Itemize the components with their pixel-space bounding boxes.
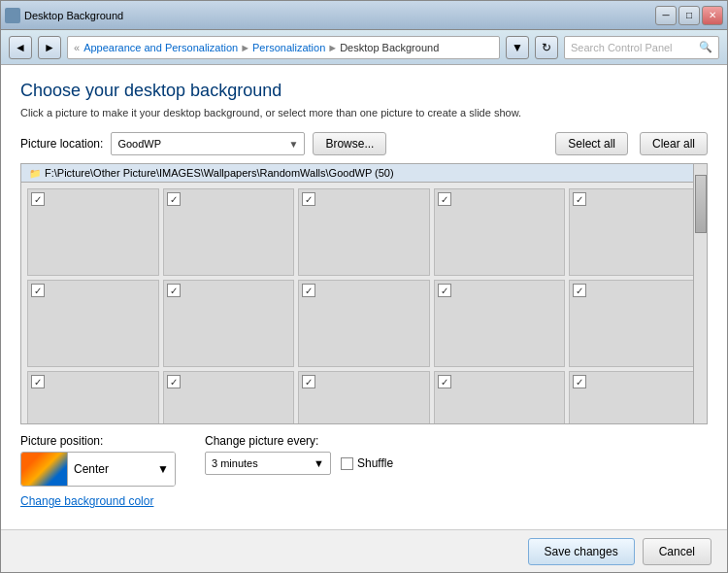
wallpaper-checkbox[interactable]: ✓ xyxy=(167,375,181,388)
change-interval-label: Change picture every: xyxy=(205,434,393,448)
wallpaper-checkbox[interactable]: ✓ xyxy=(31,375,45,388)
browse-button[interactable]: Browse... xyxy=(313,132,386,155)
window-title: Desktop Background xyxy=(24,10,123,21)
list-item[interactable]: ✓ xyxy=(163,280,295,367)
list-item[interactable]: ✓ xyxy=(27,188,159,276)
title-controls: ─ □ ✕ xyxy=(655,6,723,25)
shuffle-row: Shuffle xyxy=(341,456,393,470)
page-subtitle: Click a picture to make it your desktop … xyxy=(20,107,708,118)
position-thumbnail xyxy=(21,453,68,486)
interval-dropdown-arrow-icon: ▼ xyxy=(314,457,324,469)
search-icon: 🔍 xyxy=(699,41,712,53)
cancel-button[interactable]: Cancel xyxy=(643,538,711,565)
list-item[interactable]: ✓ xyxy=(434,371,566,423)
minimize-button[interactable]: ─ xyxy=(655,6,677,25)
window-icon xyxy=(5,8,20,23)
wallpaper-checkbox[interactable]: ✓ xyxy=(573,284,586,297)
back-button[interactable]: ◄ xyxy=(9,36,32,59)
grid-path-bar: 📁 F:\Picture\Other Picture\IMAGES\Wallpa… xyxy=(21,164,707,183)
picture-position-group: Picture position: Center ▼ Change backgr… xyxy=(20,434,176,508)
position-dropdown-arrow-icon: ▼ xyxy=(157,462,169,476)
wallpaper-checkbox[interactable]: ✓ xyxy=(31,192,45,206)
wallpaper-checkbox[interactable]: ✓ xyxy=(573,192,586,206)
location-value: GoodWP xyxy=(117,138,161,150)
breadcrumb-sep-2: ► xyxy=(327,42,338,53)
title-bar-left: Desktop Background xyxy=(5,8,123,23)
select-all-button[interactable]: Select all xyxy=(555,132,628,155)
wallpaper-checkbox[interactable]: ✓ xyxy=(438,284,451,297)
list-item[interactable]: ✓ xyxy=(434,280,566,367)
picture-location-row: Picture location: GoodWP ▼ Browse... Sel… xyxy=(20,132,708,155)
position-selector[interactable]: Center ▼ xyxy=(20,452,176,487)
wallpaper-checkbox[interactable]: ✓ xyxy=(438,375,451,388)
list-item[interactable]: ✓ xyxy=(569,280,701,367)
list-item[interactable]: ✓ xyxy=(298,280,430,367)
position-value: Center xyxy=(74,462,109,476)
breadcrumb-personalization[interactable]: Personalization xyxy=(252,42,325,53)
breadcrumb-current: Desktop Background xyxy=(340,42,439,53)
wallpaper-checkbox[interactable]: ✓ xyxy=(167,192,181,206)
wallpaper-checkbox[interactable]: ✓ xyxy=(31,284,45,297)
search-placeholder: Search Control Panel xyxy=(571,42,673,53)
main-window: Desktop Background ─ □ ✕ ◄ ► « Appearanc… xyxy=(0,0,728,573)
list-item[interactable]: ✓ xyxy=(163,371,295,423)
save-changes-button[interactable]: Save changes xyxy=(528,538,635,565)
list-item[interactable]: ✓ xyxy=(298,371,430,423)
scrollbar[interactable] xyxy=(693,164,707,423)
location-dropdown-arrow-icon: ▼ xyxy=(288,139,298,150)
content-area: Choose your desktop background Click a p… xyxy=(1,65,727,529)
list-item[interactable]: ✓ xyxy=(27,280,159,367)
wallpaper-grid-container: 📁 F:\Picture\Other Picture\IMAGES\Wallpa… xyxy=(20,163,708,424)
clear-all-button[interactable]: Clear all xyxy=(640,132,708,155)
wallpaper-grid: ✓ ✓ ✓ ✓ ✓ ✓ ✓ ✓ ✓ ✓ ✓ ✓ ✓ ✓ ✓ xyxy=(21,183,707,423)
picture-location-label: Picture location: xyxy=(20,137,103,151)
list-item[interactable]: ✓ xyxy=(569,188,701,276)
grid-path-text: F:\Picture\Other Picture\IMAGES\Wallpape… xyxy=(45,167,394,179)
interval-value: 3 minutes xyxy=(212,457,258,469)
forward-button[interactable]: ► xyxy=(38,36,61,59)
list-item[interactable]: ✓ xyxy=(434,188,566,276)
wallpaper-checkbox[interactable]: ✓ xyxy=(167,284,181,297)
wallpaper-checkbox[interactable]: ✓ xyxy=(302,192,315,206)
list-item[interactable]: ✓ xyxy=(298,188,430,276)
footer: Save changes Cancel xyxy=(1,529,727,572)
list-item[interactable]: ✓ xyxy=(163,188,295,276)
scrollbar-thumb[interactable] xyxy=(695,175,707,233)
wallpaper-checkbox[interactable]: ✓ xyxy=(438,192,451,206)
picture-position-label: Picture position: xyxy=(20,434,176,448)
address-bar: ◄ ► « Appearance and Personalization ► P… xyxy=(1,30,727,65)
maximize-button[interactable]: □ xyxy=(678,6,700,25)
breadcrumb: « Appearance and Personalization ► Perso… xyxy=(67,36,500,59)
breadcrumb-appearance[interactable]: Appearance and Personalization xyxy=(83,42,238,53)
wallpaper-checkbox[interactable]: ✓ xyxy=(573,375,586,388)
interval-dropdown[interactable]: 3 minutes ▼ xyxy=(205,452,331,475)
dropdown-arrow-button[interactable]: ▼ xyxy=(506,36,529,59)
title-bar: Desktop Background ─ □ ✕ xyxy=(1,1,727,30)
close-button[interactable]: ✕ xyxy=(702,6,723,25)
change-background-color-link[interactable]: Change background color xyxy=(20,494,176,508)
location-dropdown[interactable]: GoodWP ▼ xyxy=(111,132,305,155)
wallpaper-checkbox[interactable]: ✓ xyxy=(302,284,315,297)
shuffle-label: Shuffle xyxy=(357,456,393,470)
refresh-button[interactable]: ↻ xyxy=(535,36,558,59)
change-interval-group: Change picture every: 3 minutes ▼ Shuffl… xyxy=(205,434,393,475)
page-title: Choose your desktop background xyxy=(20,81,708,101)
shuffle-checkbox[interactable] xyxy=(341,457,353,470)
search-bar[interactable]: Search Control Panel 🔍 xyxy=(564,36,719,59)
wallpaper-checkbox[interactable]: ✓ xyxy=(302,375,315,388)
interval-row: 3 minutes ▼ Shuffle xyxy=(205,452,393,475)
breadcrumb-sep-1: ► xyxy=(240,42,250,53)
position-dropdown[interactable]: Center ▼ xyxy=(68,453,175,486)
bottom-controls: Picture position: Center ▼ Change backgr… xyxy=(20,424,708,514)
list-item[interactable]: ✓ xyxy=(569,371,701,423)
folder-icon: 📁 xyxy=(29,168,41,179)
list-item[interactable]: ✓ xyxy=(27,371,159,423)
